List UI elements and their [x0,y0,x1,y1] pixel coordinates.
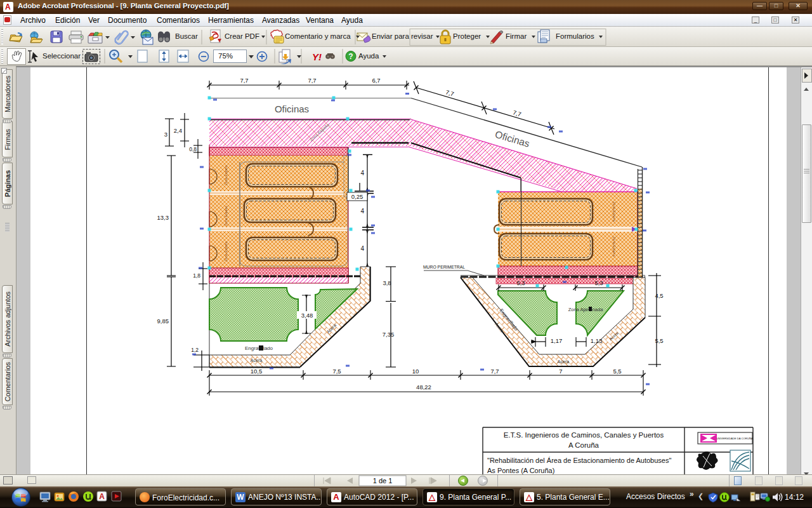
svg-text:5,3: 5,3 [516,279,525,286]
svg-text:13,3: 13,3 [157,214,169,221]
svg-text:0,8: 0,8 [189,146,197,152]
svg-text:Acera: Acera [251,358,262,363]
svg-text:Zona Espera: Zona Espera [612,236,616,257]
svg-text:Acera: Acera [558,359,569,364]
svg-text:1,8: 1,8 [193,272,200,279]
svg-text:4: 4 [360,245,364,252]
svg-text:10: 10 [412,368,419,375]
svg-text:10,5: 10,5 [251,368,263,375]
svg-text:48,22: 48,22 [416,384,431,391]
svg-text:7,7: 7,7 [490,368,499,375]
svg-text:0,25: 0,25 [351,193,363,200]
svg-text:7: 7 [559,368,562,375]
svg-text:7,5: 7,5 [332,368,341,375]
svg-text:7,35: 7,35 [383,331,395,338]
svg-text:Zona Espera: Zona Espera [224,164,228,185]
svg-text:1,17: 1,17 [551,337,563,344]
svg-text:3,48: 3,48 [301,312,313,319]
svg-text:A: A [99,492,105,501]
svg-text:3: 3 [164,131,167,138]
svg-text:3,8: 3,8 [383,279,391,286]
svg-text:?: ? [348,52,353,61]
svg-text:UNIVERSIDADE DA CORUÑA: UNIVERSIDADE DA CORUÑA [716,437,753,440]
svg-text:Zona Espera: Zona Espera [224,241,228,261]
svg-text:A Coruña: A Coruña [568,441,599,449]
svg-text:4,5: 4,5 [655,292,663,299]
svg-text:Oficinas: Oficinas [275,104,309,114]
svg-text:1,2: 1,2 [191,347,199,353]
svg-text:7,7: 7,7 [240,77,248,84]
svg-text:6,7: 6,7 [372,77,380,84]
svg-text:MURO PERIMETRAL: MURO PERIMETRAL [423,265,465,269]
svg-text:4: 4 [360,208,364,215]
svg-text:5,5: 5,5 [613,368,621,375]
svg-text:1 de 1: 1 de 1 [373,477,393,485]
svg-text:5,5: 5,5 [655,337,663,344]
svg-text:5,3: 5,3 [594,279,603,286]
svg-text:Zona Ajardinada: Zona Ajardinada [568,307,603,312]
svg-text:2,4: 2,4 [174,127,182,134]
svg-text:"Rehabilitación del Área de Es: "Rehabilitación del Área de Estacionamie… [487,457,671,464]
svg-text:4: 4 [360,170,364,177]
svg-text:9,85: 9,85 [157,318,169,324]
svg-text:E.T.S. Ingenieros de Caminos,: E.T.S. Ingenieros de Caminos, Canales y … [504,431,664,439]
svg-text:Y!: Y! [312,51,322,62]
svg-text:7,7: 7,7 [308,77,316,84]
svg-text:1,13: 1,13 [591,337,603,344]
svg-text:Zona Espera: Zona Espera [224,205,228,225]
svg-text:As Pontes (A Coruña): As Pontes (A Coruña) [487,467,554,474]
svg-text:Zona Espera: Zona Espera [612,201,616,222]
